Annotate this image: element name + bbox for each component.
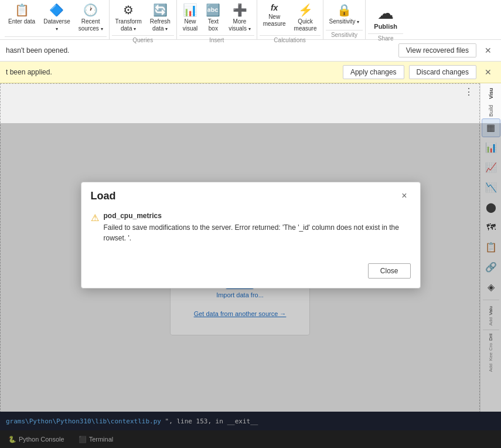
dialog-overlay: Load × ⚠ pod_cpu_metrics Failed to save … (0, 123, 501, 448)
enter-data-button[interactable]: 📋 Enter data (5, 1, 39, 27)
new-visual-button[interactable]: 📊 Newvisual (179, 1, 202, 34)
more-visuals-icon: ➕ (233, 3, 247, 17)
new-visual-icon: 📊 (183, 3, 197, 17)
notif-close-1-button[interactable]: ✕ (481, 45, 495, 56)
notif-text-1: hasn't been opened. (6, 46, 394, 55)
dialog-title: Load (91, 190, 116, 202)
sensitivity-label: Sensitivity (326, 30, 363, 39)
dialog-error-row: ⚠ pod_cpu_metrics Failed to save modific… (91, 212, 411, 243)
recent-sources-button[interactable]: 🕐 Recentsources ▾ (75, 1, 107, 34)
dialog-body: ⚠ pod_cpu_metrics Failed to save modific… (81, 207, 420, 259)
notif-text-2: t been applied. (6, 68, 338, 76)
warning-icon: ⚠ (91, 212, 99, 223)
queries-section-label (5, 36, 107, 39)
share-label: Share (368, 33, 403, 43)
dataverse-icon: 🔷 (49, 3, 64, 17)
text-box-icon: 🔤 (206, 3, 220, 17)
ribbon: 📋 Enter data 🔷 Dataverse▾ 🕐 Recentsource… (0, 0, 501, 40)
dialog-footer: Close (81, 259, 420, 288)
ribbon-section-data: 📋 Enter data 🔷 Dataverse▾ 🕐 Recentsource… (2, 0, 110, 39)
notification-bar-2: t been applied. Apply changes Discard ch… (0, 62, 501, 83)
canvas-more-options[interactable]: ⋮ (461, 86, 477, 98)
dialog-close-x-button[interactable]: × (398, 189, 410, 202)
more-visuals-button[interactable]: ➕ Morevisuals ▾ (225, 1, 254, 34)
dialog-titlebar: Load × (81, 182, 420, 207)
new-measure-button[interactable]: fx Newmeasure (260, 1, 289, 29)
enter-data-icon: 📋 (15, 3, 29, 17)
quick-measure-icon: ⚡ (298, 3, 313, 17)
transform-data-button[interactable]: ⚙ Transformdata ▾ (112, 1, 145, 34)
new-measure-icon: fx (271, 3, 278, 12)
ribbon-section-sensitivity: 🔒 Sensitivity ▾ Sensitivity (323, 0, 366, 39)
recent-sources-icon: 🕐 (83, 3, 98, 17)
dialog-error-source: pod_cpu_metrics (104, 212, 411, 220)
sensitivity-icon: 🔒 (337, 3, 352, 17)
ribbon-section-calculations: fx Newmeasure ⚡ Quickmeasure Calculation… (257, 0, 323, 39)
dataverse-button[interactable]: 🔷 Dataverse▾ (40, 1, 74, 34)
dialog-error-message: Failed to save modifications to the serv… (104, 222, 411, 243)
insert-label: Insert (179, 35, 254, 45)
build-label: Build (487, 104, 495, 118)
publish-button[interactable]: ☁ Publish (368, 1, 403, 32)
ribbon-section-insert: 📊 Newvisual 🔤 Textbox ➕ Morevisuals ▾ In… (177, 0, 257, 39)
refresh-icon: 🔄 (153, 3, 168, 17)
vis-panel-title: Visu (487, 86, 495, 101)
load-dialog: Load × ⚠ pod_cpu_metrics Failed to save … (81, 182, 421, 289)
view-recovered-files-button[interactable]: View recovered files (398, 43, 476, 57)
discard-changes-button[interactable]: Discard changes (409, 65, 476, 79)
transform-icon: ⚙ (123, 3, 134, 17)
queries-label: Queries (112, 35, 174, 45)
refresh-data-button[interactable]: 🔄 Refreshdata ▾ (146, 1, 174, 34)
dialog-close-button[interactable]: Close (368, 263, 411, 279)
text-box-button[interactable]: 🔤 Textbox (202, 1, 224, 34)
ribbon-section-queries: ⚙ Transformdata ▾ 🔄 Refreshdata ▾ Querie… (110, 0, 177, 39)
calculations-label: Calculations (260, 35, 321, 45)
quick-measure-button[interactable]: ⚡ Quickmeasure (291, 1, 321, 34)
publish-icon: ☁ (377, 4, 394, 23)
dialog-error-details: pod_cpu_metrics Failed to save modificat… (104, 212, 411, 243)
notif-close-2-button[interactable]: ✕ (481, 66, 495, 78)
apply-changes-button[interactable]: Apply changes (343, 65, 404, 79)
sensitivity-button[interactable]: 🔒 Sensitivity ▾ (326, 1, 363, 27)
ribbon-section-share: ☁ Publish Share (366, 0, 405, 39)
main-area: ⋮ Ad Once loaded, yo... SQL Import data … (0, 83, 501, 448)
